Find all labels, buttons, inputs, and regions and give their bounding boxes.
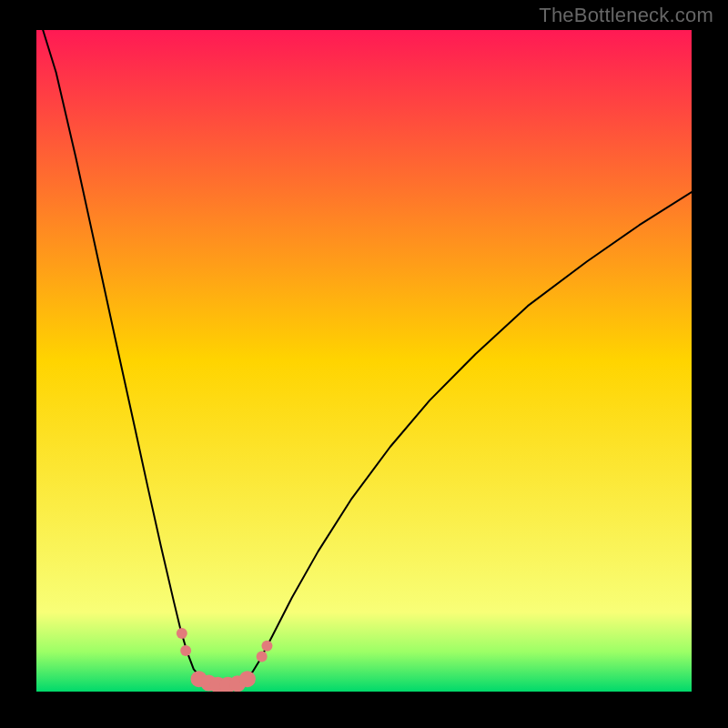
curve-marker	[177, 628, 187, 639]
curve-marker	[261, 641, 272, 652]
watermark-text: TheBottleneck.com	[539, 4, 713, 27]
plot-area	[36, 30, 692, 692]
curve-marker	[239, 671, 256, 687]
heat-background	[36, 30, 692, 692]
chart-svg	[36, 30, 692, 692]
curve-marker	[257, 651, 268, 662]
chart-frame: TheBottleneck.com	[0, 0, 728, 728]
curve-marker	[180, 645, 191, 656]
